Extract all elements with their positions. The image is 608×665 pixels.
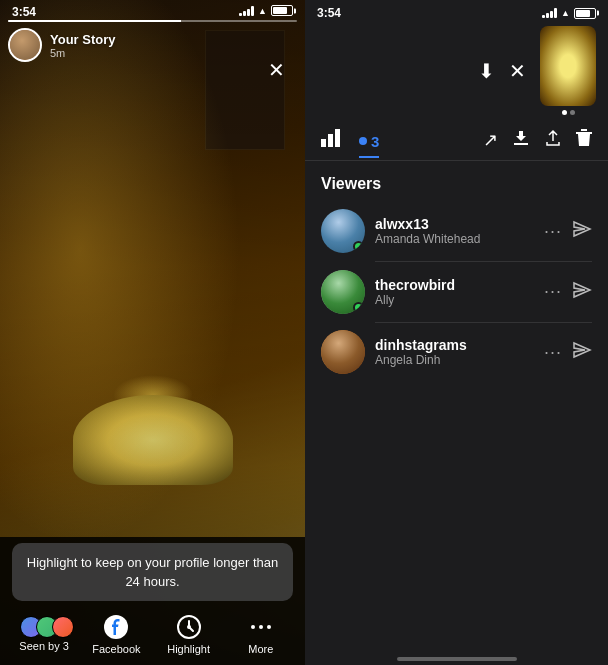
more-item[interactable]: More [231,613,291,655]
avatar [8,28,42,62]
online-indicator-2 [353,302,364,313]
wifi-icon: ▲ [258,6,267,16]
close-icon[interactable]: ✕ [268,58,285,82]
story-progress-fill [8,20,181,22]
svg-point-3 [251,625,255,629]
story-time-ago: 5m [50,47,116,59]
highlight-item[interactable]: Highlight [159,613,219,655]
right-status-bar: 3:54 ▲ [305,0,608,24]
viewer-row: thecrowbird Ally ··· [305,262,608,322]
story-user-info: Your Story 5m ✕ [8,28,297,62]
facebook-icon [102,613,130,641]
story-owner-name: Your Story [50,32,116,47]
svg-point-4 [259,625,263,629]
svg-rect-8 [335,129,340,147]
right-battery-icon [574,8,596,19]
svg-rect-11 [581,129,587,131]
stats-action-icons: ↗ [483,129,592,152]
send-message-icon-1[interactable] [572,220,592,242]
viewer-info-2: thecrowbird Ally [375,277,534,307]
stats-chart-icon[interactable] [321,129,343,152]
activity-icon[interactable]: ↗ [483,129,498,152]
signal-icon [239,6,254,16]
viewer-avatar-3[interactable] [321,330,365,374]
story-toolbar: Highlight to keep on your profile longer… [0,537,305,665]
viewer-actions-3: ··· [544,341,592,363]
viewer-username-1: alwxx13 [375,216,534,232]
views-dot [359,137,367,145]
viewer-username-3: dinhstagrams [375,337,534,353]
thumbnail-dot-2 [570,110,575,115]
viewer-row: dinhstagrams Angela Dinh ··· [305,322,608,382]
left-story-panel: Your Story 5m ✕ 3:54 ▲ Highlight to keep… [0,0,305,665]
right-signal-icon [542,8,557,18]
download-icon[interactable] [512,129,530,152]
thumbnail-dots [562,110,575,115]
viewer-more-icon-1[interactable]: ··· [544,221,562,242]
right-status-time: 3:54 [317,6,341,20]
story-progress-bar [8,20,297,22]
seen-avatar-3 [52,616,74,638]
story-name-time: Your Story 5m [50,32,116,59]
status-time: 3:54 [12,5,36,19]
right-status-icons: ▲ [542,8,596,19]
facebook-item[interactable]: Facebook [86,613,146,655]
viewer-info-3: dinhstagrams Angela Dinh [375,337,534,367]
story-thumbnail[interactable] [540,26,596,106]
right-wifi-icon: ▲ [561,8,570,18]
more-label: More [248,643,273,655]
views-count: 3 [371,133,379,150]
home-bar [397,657,517,661]
delete-icon[interactable] [576,129,592,152]
viewer-more-icon-3[interactable]: ··· [544,342,562,363]
viewer-avatar-2[interactable] [321,270,365,314]
svg-point-2 [187,625,191,629]
viewer-display-name-3: Angela Dinh [375,353,534,367]
share-icon[interactable] [544,129,562,152]
highlight-icon [175,613,203,641]
viewers-title: Viewers [321,175,381,192]
viewer-more-icon-2[interactable]: ··· [544,281,562,302]
save-archive-icon[interactable]: ⬇ [478,59,495,83]
story-thumbnail-row: ⬇ ✕ [305,24,608,121]
svg-rect-10 [576,132,592,134]
online-indicator-1 [353,241,364,252]
viewers-header: Viewers [305,161,608,201]
seen-avatars [20,616,68,638]
viewer-actions-2: ··· [544,281,592,303]
viewer-avatar-1[interactable] [321,209,365,253]
viewer-info-1: alwxx13 Amanda Whitehead [375,216,534,246]
views-count-container[interactable]: 3 [359,133,379,158]
highlight-label: Highlight [167,643,210,655]
svg-rect-6 [321,139,326,147]
viewer-actions-1: ··· [544,220,592,242]
toolbar-actions: Seen by 3 Facebook [0,609,305,655]
viewer-display-name-2: Ally [375,293,534,307]
status-icons: ▲ [239,5,293,16]
spacer [305,382,608,651]
seen-by-label: Seen by 3 [19,640,69,652]
home-indicator [305,651,608,665]
highlight-tip-text: Highlight to keep on your profile longer… [27,555,279,589]
more-icon [247,613,275,641]
story-thumbnail-container [540,26,596,115]
right-viewers-panel: 3:54 ▲ ⬇ ✕ [305,0,608,665]
svg-point-5 [267,625,271,629]
viewer-display-name-1: Amanda Whitehead [375,232,534,246]
viewer-username-2: thecrowbird [375,277,534,293]
seen-by-item[interactable]: Seen by 3 [14,616,74,652]
send-message-icon-2[interactable] [572,281,592,303]
svg-rect-7 [328,134,333,147]
thumbnail-dot-1 [562,110,567,115]
battery-icon [271,5,293,16]
facebook-label: Facebook [92,643,140,655]
close-right-icon[interactable]: ✕ [509,59,526,83]
stats-bar: 3 ↗ [305,121,608,161]
thumbnail-image [540,26,596,106]
send-message-icon-3[interactable] [572,341,592,363]
svg-rect-9 [514,143,528,145]
viewer-row: alwxx13 Amanda Whitehead ··· [305,201,608,261]
highlight-tip-box: Highlight to keep on your profile longer… [12,543,293,601]
